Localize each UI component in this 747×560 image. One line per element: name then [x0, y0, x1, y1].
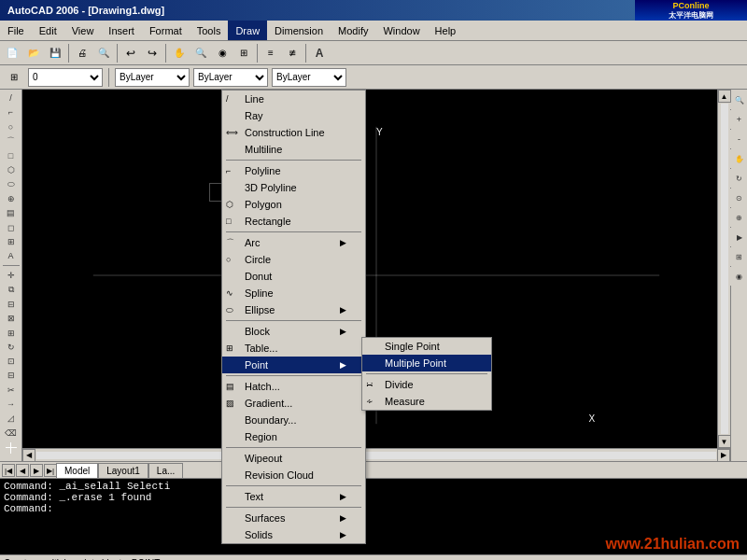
color-select[interactable]: ByLayer — [115, 68, 190, 87]
nav-prev[interactable]: ◀ — [16, 464, 29, 477]
draw-ellipse-tool[interactable]: ⬭ — [2, 178, 21, 191]
menu-dimension[interactable]: Dimension — [267, 21, 331, 40]
scale-tool[interactable]: ⊡ — [2, 355, 21, 368]
lineweight-select[interactable]: ByLayer — [272, 68, 346, 87]
walk-button[interactable]: ⊕ — [730, 208, 748, 227]
h-scroll-left[interactable]: ◀ — [22, 449, 35, 462]
draw-boundary[interactable]: Boundary... — [222, 412, 365, 428]
nav-first[interactable]: |◀ — [2, 464, 15, 477]
zoom-out-button[interactable]: - — [730, 130, 748, 148]
v-scrollbar[interactable]: ▲ ▼ — [717, 90, 730, 448]
draw-revision-cloud[interactable]: Revision Cloud — [222, 467, 365, 483]
menu-edit[interactable]: Edit — [32, 21, 64, 40]
zoom-in-button[interactable]: + — [730, 110, 748, 129]
orbit-button[interactable]: ↻ — [730, 169, 748, 188]
draw-table-tool[interactable]: ⊞ — [2, 235, 21, 248]
v-scroll-track[interactable] — [721, 104, 728, 434]
draw-polygon-tool[interactable]: ⬡ — [2, 163, 21, 176]
draw-polyline[interactable]: ⌐ Polyline — [222, 162, 365, 179]
tab-model[interactable]: Model — [56, 463, 98, 478]
nav-last[interactable]: ▶| — [44, 464, 57, 477]
menu-draw[interactable]: Draw — [228, 21, 267, 40]
nav-next[interactable]: ▶ — [30, 464, 43, 477]
draw-text[interactable]: Text ▶ — [222, 488, 365, 505]
zoom-window-button[interactable]: ⊞ — [233, 43, 254, 63]
linetype-select[interactable]: ByLayer — [193, 68, 268, 87]
layer-select[interactable]: 0 — [28, 68, 103, 87]
open-button[interactable]: 📂 — [23, 43, 44, 63]
draw-ellipse[interactable]: ⬭ Ellipse ▶ — [222, 301, 365, 318]
menu-format[interactable]: Format — [142, 21, 190, 40]
erase-tool[interactable]: ⌫ — [2, 427, 21, 440]
rotate-tool[interactable]: ↻ — [2, 341, 21, 354]
draw-gradient[interactable]: ▨ Gradient... — [222, 395, 365, 412]
draw-multiline[interactable]: Multiline — [222, 141, 365, 158]
zoom-realtime-button[interactable]: 🔍 — [730, 91, 748, 109]
menu-insert[interactable]: Insert — [101, 21, 142, 40]
camera-button[interactable]: ⊙ — [730, 189, 748, 207]
tab-layout1[interactable]: Layout1 — [98, 463, 148, 478]
properties-button[interactable]: ≡ — [261, 43, 281, 63]
zoom-prev-button[interactable]: ◉ — [212, 43, 233, 63]
divide-tool[interactable]: ∺ Divide — [362, 376, 491, 393]
draw-line[interactable]: / Line — [222, 91, 365, 107]
mirror-tool[interactable]: ⊟ — [2, 298, 21, 311]
v-scroll-up[interactable]: ▲ — [718, 90, 731, 103]
draw-rect-tool[interactable]: □ — [2, 149, 21, 162]
draw-ray[interactable]: Ray — [222, 107, 365, 124]
print-button[interactable]: 🖨 — [72, 43, 92, 63]
visual-style-button[interactable]: ◉ — [730, 267, 748, 286]
menu-tools[interactable]: Tools — [190, 21, 229, 40]
offset-tool[interactable]: ⊠ — [2, 312, 21, 325]
move-tool[interactable]: ✛ — [2, 269, 21, 282]
measure-tool[interactable]: ∻ Measure — [362, 393, 491, 410]
tab-layout2[interactable]: La... — [148, 463, 183, 478]
single-point[interactable]: Single Point — [362, 338, 491, 355]
draw-construction-line[interactable]: ⟺ Construction Line — [222, 124, 365, 141]
menu-modify[interactable]: Modify — [331, 21, 375, 40]
extend-tool[interactable]: → — [2, 398, 21, 411]
menu-file[interactable]: File — [0, 21, 32, 40]
draw-circle[interactable]: ○ Circle — [222, 251, 365, 268]
draw-hatch[interactable]: ▤ Hatch... — [222, 378, 365, 395]
draw-wipeout[interactable]: Wipeout — [222, 450, 365, 467]
draw-arc[interactable]: ⌒ Arc ▶ — [222, 234, 365, 251]
draw-spline[interactable]: ∿ Spline — [222, 285, 365, 301]
draw-polyline-tool[interactable]: ⌐ — [2, 105, 21, 119]
pan-button[interactable]: ✋ — [169, 43, 190, 63]
draw-block[interactable]: Block ▶ — [222, 323, 365, 340]
print-preview-button[interactable]: 🔍 — [93, 43, 114, 63]
text-style-button[interactable]: A — [309, 43, 330, 63]
insert-block-tool[interactable]: ⊕ — [2, 192, 21, 205]
flythrough-button[interactable]: ▶ — [730, 228, 748, 246]
array-tool[interactable]: ⊞ — [2, 326, 21, 339]
draw-text-tool[interactable]: A — [2, 249, 21, 262]
h-scroll-track[interactable] — [36, 452, 716, 459]
zoom-button[interactable]: 🔍 — [190, 43, 211, 63]
v-scroll-down[interactable]: ▼ — [718, 435, 731, 448]
hatch-tool[interactable]: ▤ — [2, 206, 21, 219]
draw-donut[interactable]: Donut — [222, 268, 365, 285]
undo-button[interactable]: ↩ — [120, 43, 141, 63]
3dview-button[interactable]: ⊞ — [730, 247, 748, 266]
draw-table[interactable]: ⊞ Table... — [222, 340, 365, 357]
h-scrollbar[interactable]: ◀ ▶ — [22, 448, 730, 461]
draw-circle-tool[interactable]: ○ — [2, 120, 21, 133]
trim-tool[interactable]: ✂ — [2, 384, 21, 397]
h-scroll-right[interactable]: ▶ — [717, 449, 730, 462]
copy-tool[interactable]: ⧉ — [2, 283, 21, 296]
draw-polygon[interactable]: ⬡ Polygon — [222, 196, 365, 213]
pan-realtime-button[interactable]: ✋ — [730, 149, 748, 168]
draw-solids[interactable]: Solids ▶ — [222, 526, 365, 543]
draw-region[interactable]: Region — [222, 428, 365, 445]
draw-rectangle[interactable]: □ Rectangle — [222, 213, 365, 230]
menu-window[interactable]: Window — [375, 21, 427, 40]
multiple-point[interactable]: Multiple Point — [362, 355, 491, 371]
menu-view[interactable]: View — [64, 21, 102, 40]
draw-surfaces[interactable]: Surfaces ▶ — [222, 510, 365, 526]
draw-3d-polyline[interactable]: 3D Polyline — [222, 179, 365, 196]
new-button[interactable]: 📄 — [2, 43, 22, 63]
redo-button[interactable]: ↪ — [142, 43, 162, 63]
draw-point[interactable]: Point ▶ — [222, 357, 365, 373]
chamfer-tool[interactable]: ◿ — [2, 412, 21, 425]
